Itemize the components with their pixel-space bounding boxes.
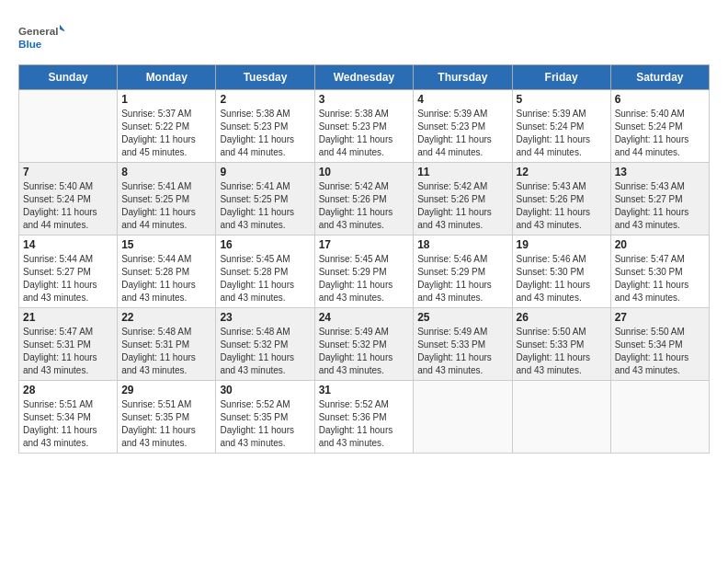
day-info: Sunrise: 5:41 AMSunset: 5:25 PMDaylight:… [220, 180, 310, 232]
day-number: 29 [121, 384, 211, 396]
calendar-cell: 20Sunrise: 5:47 AMSunset: 5:30 PMDayligh… [610, 236, 709, 308]
calendar-cell: 22Sunrise: 5:48 AMSunset: 5:31 PMDayligh… [118, 308, 216, 381]
day-number: 14 [23, 238, 113, 251]
day-number: 16 [220, 238, 310, 251]
calendar-cell: 13Sunrise: 5:43 AMSunset: 5:27 PMDayligh… [610, 163, 709, 236]
calendar-cell: 19Sunrise: 5:46 AMSunset: 5:30 PMDayligh… [512, 236, 610, 308]
day-info: Sunrise: 5:50 AMSunset: 5:34 PMDaylight:… [615, 326, 705, 377]
day-info: Sunrise: 5:51 AMSunset: 5:35 PMDaylight:… [121, 398, 211, 450]
day-number: 21 [23, 311, 113, 324]
day-number: 27 [615, 311, 705, 324]
header: General Blue [18, 18, 710, 55]
day-number: 8 [121, 166, 211, 178]
day-number: 2 [220, 93, 310, 106]
calendar-cell: 17Sunrise: 5:45 AMSunset: 5:29 PMDayligh… [314, 236, 414, 308]
day-number: 18 [417, 238, 507, 251]
day-number: 13 [615, 166, 705, 178]
day-info: Sunrise: 5:39 AMSunset: 5:23 PMDaylight:… [417, 108, 507, 159]
day-info: Sunrise: 5:46 AMSunset: 5:29 PMDaylight:… [417, 253, 507, 304]
day-number: 26 [517, 311, 607, 324]
header-friday: Friday [512, 65, 610, 90]
day-info: Sunrise: 5:52 AMSunset: 5:36 PMDaylight:… [319, 398, 410, 450]
svg-text:General: General [18, 25, 58, 37]
day-number: 9 [220, 166, 310, 178]
calendar-cell: 15Sunrise: 5:44 AMSunset: 5:28 PMDayligh… [118, 236, 216, 308]
calendar-cell: 8Sunrise: 5:41 AMSunset: 5:25 PMDaylight… [118, 163, 216, 236]
day-number: 23 [220, 311, 310, 324]
calendar-cell: 24Sunrise: 5:49 AMSunset: 5:32 PMDayligh… [314, 308, 414, 381]
day-info: Sunrise: 5:44 AMSunset: 5:28 PMDaylight:… [121, 253, 211, 304]
day-info: Sunrise: 5:44 AMSunset: 5:27 PMDaylight:… [23, 253, 113, 304]
day-info: Sunrise: 5:48 AMSunset: 5:31 PMDaylight:… [121, 326, 211, 377]
day-info: Sunrise: 5:43 AMSunset: 5:27 PMDaylight:… [615, 180, 705, 232]
day-info: Sunrise: 5:50 AMSunset: 5:33 PMDaylight:… [517, 326, 607, 377]
day-info: Sunrise: 5:43 AMSunset: 5:26 PMDaylight:… [517, 180, 607, 232]
day-info: Sunrise: 5:37 AMSunset: 5:22 PMDaylight:… [121, 108, 211, 159]
day-info: Sunrise: 5:42 AMSunset: 5:26 PMDaylight:… [319, 180, 410, 232]
day-number: 31 [319, 384, 410, 396]
day-number: 30 [220, 384, 310, 396]
calendar-cell: 12Sunrise: 5:43 AMSunset: 5:26 PMDayligh… [512, 163, 610, 236]
day-info: Sunrise: 5:38 AMSunset: 5:23 PMDaylight:… [220, 108, 310, 159]
calendar-cell [19, 90, 118, 163]
calendar-cell [512, 381, 610, 454]
day-info: Sunrise: 5:49 AMSunset: 5:33 PMDaylight:… [417, 326, 507, 377]
header-saturday: Saturday [610, 65, 709, 90]
calendar-cell: 28Sunrise: 5:51 AMSunset: 5:34 PMDayligh… [19, 381, 118, 454]
calendar-cell: 4Sunrise: 5:39 AMSunset: 5:23 PMDaylight… [414, 90, 512, 163]
calendar-cell: 27Sunrise: 5:50 AMSunset: 5:34 PMDayligh… [610, 308, 709, 381]
svg-marker-2 [60, 25, 64, 32]
calendar-cell: 2Sunrise: 5:38 AMSunset: 5:23 PMDaylight… [216, 90, 314, 163]
calendar-cell: 18Sunrise: 5:46 AMSunset: 5:29 PMDayligh… [414, 236, 512, 308]
day-info: Sunrise: 5:47 AMSunset: 5:31 PMDaylight:… [23, 326, 113, 377]
calendar-cell: 7Sunrise: 5:40 AMSunset: 5:24 PMDaylight… [19, 163, 118, 236]
day-number: 1 [121, 93, 211, 106]
day-info: Sunrise: 5:40 AMSunset: 5:24 PMDaylight:… [615, 108, 705, 159]
day-info: Sunrise: 5:48 AMSunset: 5:32 PMDaylight:… [220, 326, 310, 377]
day-info: Sunrise: 5:45 AMSunset: 5:28 PMDaylight:… [220, 253, 310, 304]
header-monday: Monday [118, 65, 216, 90]
day-number: 25 [417, 311, 507, 324]
header-tuesday: Tuesday [216, 65, 314, 90]
calendar-cell: 9Sunrise: 5:41 AMSunset: 5:25 PMDaylight… [216, 163, 314, 236]
calendar-cell: 1Sunrise: 5:37 AMSunset: 5:22 PMDaylight… [118, 90, 216, 163]
day-number: 4 [417, 93, 507, 106]
logo-svg: General Blue [18, 18, 64, 55]
header-wednesday: Wednesday [314, 65, 414, 90]
day-info: Sunrise: 5:39 AMSunset: 5:24 PMDaylight:… [517, 108, 607, 159]
calendar-cell: 3Sunrise: 5:38 AMSunset: 5:23 PMDaylight… [314, 90, 414, 163]
logo: General Blue [18, 18, 64, 55]
calendar-cell [610, 381, 709, 454]
calendar-cell: 6Sunrise: 5:40 AMSunset: 5:24 PMDaylight… [610, 90, 709, 163]
header-thursday: Thursday [414, 65, 512, 90]
day-number: 11 [417, 166, 507, 178]
day-info: Sunrise: 5:47 AMSunset: 5:30 PMDaylight:… [615, 253, 705, 304]
header-sunday: Sunday [19, 65, 118, 90]
day-info: Sunrise: 5:46 AMSunset: 5:30 PMDaylight:… [517, 253, 607, 304]
day-number: 5 [517, 93, 607, 106]
day-info: Sunrise: 5:51 AMSunset: 5:34 PMDaylight:… [23, 398, 113, 450]
calendar-cell: 31Sunrise: 5:52 AMSunset: 5:36 PMDayligh… [314, 381, 414, 454]
calendar-cell: 23Sunrise: 5:48 AMSunset: 5:32 PMDayligh… [216, 308, 314, 381]
day-number: 10 [319, 166, 410, 178]
day-info: Sunrise: 5:42 AMSunset: 5:26 PMDaylight:… [417, 180, 507, 232]
day-info: Sunrise: 5:40 AMSunset: 5:24 PMDaylight:… [23, 180, 113, 232]
calendar-cell: 11Sunrise: 5:42 AMSunset: 5:26 PMDayligh… [414, 163, 512, 236]
day-info: Sunrise: 5:38 AMSunset: 5:23 PMDaylight:… [319, 108, 410, 159]
day-info: Sunrise: 5:49 AMSunset: 5:32 PMDaylight:… [319, 326, 410, 377]
calendar-cell: 30Sunrise: 5:52 AMSunset: 5:35 PMDayligh… [216, 381, 314, 454]
day-number: 3 [319, 93, 410, 106]
calendar-week-row: 1Sunrise: 5:37 AMSunset: 5:22 PMDaylight… [19, 90, 710, 163]
day-info: Sunrise: 5:45 AMSunset: 5:29 PMDaylight:… [319, 253, 410, 304]
day-number: 19 [517, 238, 607, 251]
day-number: 22 [121, 311, 211, 324]
calendar-week-row: 14Sunrise: 5:44 AMSunset: 5:27 PMDayligh… [19, 236, 710, 308]
calendar-cell: 21Sunrise: 5:47 AMSunset: 5:31 PMDayligh… [19, 308, 118, 381]
svg-text:Blue: Blue [18, 38, 42, 50]
day-info: Sunrise: 5:52 AMSunset: 5:35 PMDaylight:… [220, 398, 310, 450]
calendar: SundayMondayTuesdayWednesdayThursdayFrid… [18, 64, 710, 454]
day-number: 12 [517, 166, 607, 178]
calendar-cell: 5Sunrise: 5:39 AMSunset: 5:24 PMDaylight… [512, 90, 610, 163]
day-number: 28 [23, 384, 113, 396]
day-number: 6 [615, 93, 705, 106]
